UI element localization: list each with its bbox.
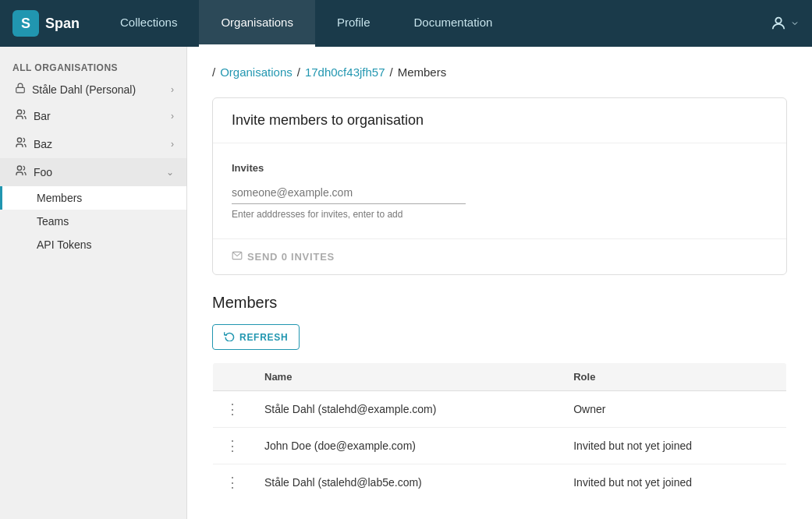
invite-card: Invite members to organisation Invites E…: [212, 97, 787, 275]
table-header-role: Role: [561, 363, 786, 391]
table-header-actions: [213, 363, 253, 391]
breadcrumb-sep1: /: [212, 65, 215, 79]
sidebar-label-stale: Ståle Dahl (Personal): [32, 83, 136, 96]
user-icon: [770, 15, 787, 32]
sidebar-label-baz: Baz: [34, 138, 52, 150]
dots-icon[interactable]: ⋮: [225, 401, 239, 417]
svg-point-4: [17, 166, 21, 170]
sidebar-item-teams[interactable]: Teams: [0, 210, 186, 233]
svg-point-2: [17, 110, 21, 114]
sidebar-item-api-tokens[interactable]: API Tokens: [0, 233, 186, 256]
table-row: ⋮ Ståle Dahl (stalehd@lab5e.com) Invited…: [213, 464, 787, 501]
refresh-button[interactable]: REFRESH: [212, 324, 300, 350]
chevron-right-icon: ›: [171, 84, 174, 95]
nav-links: Collections Organisations Profile Docume…: [98, 0, 770, 47]
invite-card-body: Invites Enter adddresses for invites, en…: [213, 143, 786, 238]
breadcrumb-sep3: /: [390, 65, 393, 79]
table-header-name: Name: [252, 363, 561, 391]
member-name-1: Ståle Dahl (stalehd@example.com): [252, 391, 561, 428]
svg-point-3: [17, 138, 21, 142]
breadcrumb-organisations-link[interactable]: Organisations: [220, 65, 293, 79]
logo-icon: S: [12, 10, 39, 37]
send-invites-button[interactable]: SEND 0 INVITES: [232, 250, 335, 263]
svg-point-0: [775, 18, 781, 23]
invite-card-header: Invite members to organisation: [213, 98, 786, 143]
sidebar-item-baz[interactable]: Baz ›: [0, 130, 186, 158]
dots-icon[interactable]: ⋮: [225, 438, 239, 454]
member-name-2: John Doe (doe@example.com): [252, 428, 561, 464]
chevron-down-icon: [790, 19, 800, 28]
refresh-button-label: REFRESH: [239, 332, 288, 343]
mail-icon: [232, 250, 243, 263]
member-role-1: Owner: [561, 391, 786, 428]
breadcrumb-sep2: /: [297, 65, 300, 79]
sidebar-label-bar: Bar: [34, 110, 51, 122]
sidebar: All Organisations Ståle Dahl (Personal) …: [0, 47, 187, 519]
table-row: ⋮ Ståle Dahl (stalehd@example.com) Owner: [213, 391, 787, 428]
nav-documentation[interactable]: Documentation: [392, 0, 514, 47]
refresh-icon: [224, 330, 235, 344]
nav-profile[interactable]: Profile: [315, 0, 392, 47]
sidebar-item-foo[interactable]: Foo ⌄: [0, 158, 186, 186]
send-invites-label: SEND 0 INVITES: [247, 251, 335, 263]
nav-collections[interactable]: Collections: [98, 0, 199, 47]
breadcrumb: / Organisations / 17dh0cf43jfh57 / Membe…: [212, 65, 787, 79]
sidebar-section-label: All Organisations: [0, 56, 186, 76]
sidebar-foo-subitems: Members Teams API Tokens: [0, 186, 186, 256]
app-name: Span: [45, 16, 80, 32]
table-row: ⋮ John Doe (doe@example.com) Invited but…: [213, 428, 787, 464]
chevron-down-icon: ⌄: [166, 167, 174, 178]
member-role-2: Invited but not yet joined: [561, 428, 786, 464]
user-menu-button[interactable]: [770, 15, 800, 32]
member-name-3: Ståle Dahl (stalehd@lab5e.com): [252, 464, 561, 501]
topnav-user-area[interactable]: [770, 15, 800, 32]
chevron-right-icon: ›: [171, 139, 174, 150]
breadcrumb-current: Members: [398, 65, 447, 79]
lock-icon: [15, 83, 26, 96]
org-icon-foo: [15, 164, 27, 180]
breadcrumb-org-id-link[interactable]: 17dh0cf43jfh57: [305, 65, 385, 79]
invite-card-title: Invite members to organisation: [232, 112, 768, 129]
app-logo[interactable]: S Span: [12, 10, 80, 37]
invites-label: Invites: [232, 162, 768, 174]
row-actions-2[interactable]: ⋮: [213, 428, 253, 464]
sidebar-item-stale-personal[interactable]: Ståle Dahl (Personal) ›: [0, 76, 186, 102]
org-icon-baz: [15, 136, 27, 152]
row-actions-1[interactable]: ⋮: [213, 391, 253, 428]
sidebar-label-foo: Foo: [34, 166, 52, 178]
chevron-right-icon: ›: [171, 111, 174, 122]
invite-hint: Enter adddresses for invites, enter to a…: [232, 209, 768, 220]
nav-organisations[interactable]: Organisations: [199, 0, 315, 47]
members-title: Members: [212, 294, 787, 312]
invite-card-footer: SEND 0 INVITES: [213, 238, 786, 274]
org-icon-bar: [15, 108, 27, 124]
sidebar-item-members[interactable]: Members: [0, 186, 186, 210]
members-table: Name Role ⋮ Ståle Dahl (stalehd@example.…: [212, 362, 787, 501]
dots-icon[interactable]: ⋮: [225, 475, 239, 490]
top-navigation: S Span Collections Organisations Profile…: [0, 0, 812, 47]
row-actions-3[interactable]: ⋮: [213, 464, 253, 501]
member-role-3: Invited but not yet joined: [561, 464, 786, 501]
svg-rect-1: [16, 87, 25, 92]
sidebar-item-bar[interactable]: Bar ›: [0, 102, 186, 130]
members-section: Members REFRESH Name Role ⋮: [212, 294, 787, 501]
main-content: / Organisations / 17dh0cf43jfh57 / Membe…: [187, 47, 812, 519]
invite-email-input[interactable]: [232, 182, 466, 204]
